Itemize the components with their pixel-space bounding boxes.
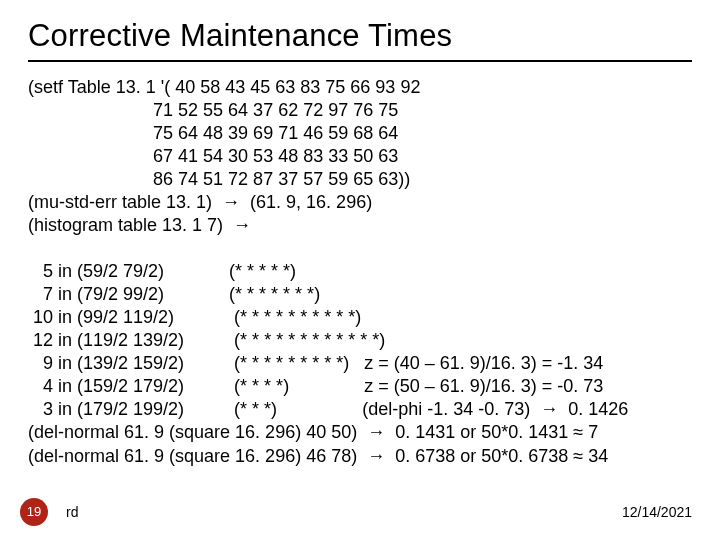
title-rule — [28, 60, 692, 62]
code-line: 4 in (159/2 179/2) (* * * *) z = (50 – 6… — [28, 376, 603, 396]
code-line: 7 in (79/2 99/2) (* * * * * * *) — [28, 284, 320, 304]
code-line: 67 41 54 30 53 48 83 33 50 63 — [28, 146, 398, 166]
code-line: (histogram table 13. 1 7) → — [28, 215, 251, 235]
footer-date: 12/14/2021 — [622, 504, 692, 520]
code-line: 5 in (59/2 79/2) (* * * * *) — [28, 261, 296, 281]
slide: Corrective Maintenance Times (setf Table… — [0, 0, 720, 540]
code-line: 86 74 51 72 87 37 57 59 65 63)) — [28, 169, 410, 189]
code-line: 3 in (179/2 199/2) (* * *) (del-phi -1. … — [28, 399, 628, 419]
code-block: (setf Table 13. 1 '( 40 58 43 45 63 83 7… — [28, 76, 692, 468]
code-line: (del-normal 61. 9 (square 16. 296) 46 78… — [28, 446, 608, 466]
code-line: (setf Table 13. 1 '( 40 58 43 45 63 83 7… — [28, 77, 420, 97]
code-line: 10 in (99/2 119/2) (* * * * * * * * * *) — [28, 307, 361, 327]
code-line: 9 in (139/2 159/2) (* * * * * * * * *) z… — [28, 353, 603, 373]
code-line: (mu-std-err table 13. 1) → (61. 9, 16. 2… — [28, 192, 372, 212]
page-number-badge: 19 — [20, 498, 48, 526]
author-initials: rd — [66, 504, 78, 520]
footer: 19 rd 12/14/2021 — [0, 498, 720, 526]
code-line: 75 64 48 39 69 71 46 59 68 64 — [28, 123, 398, 143]
code-line: 71 52 55 64 37 62 72 97 76 75 — [28, 100, 398, 120]
code-line: (del-normal 61. 9 (square 16. 296) 40 50… — [28, 422, 598, 442]
code-line: 12 in (119/2 139/2) (* * * * * * * * * *… — [28, 330, 385, 350]
page-title: Corrective Maintenance Times — [28, 18, 692, 54]
